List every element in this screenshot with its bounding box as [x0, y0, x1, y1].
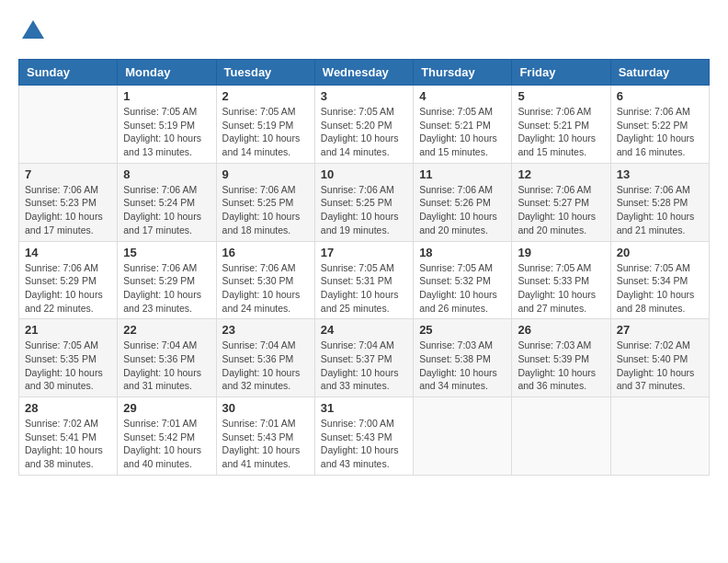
page-header — [18, 18, 710, 50]
calendar-cell: 24Sunrise: 7:04 AM Sunset: 5:37 PM Dayli… — [314, 319, 413, 397]
day-number: 2 — [222, 89, 309, 103]
calendar-cell: 21Sunrise: 7:05 AM Sunset: 5:35 PM Dayli… — [19, 319, 118, 397]
calendar-cell: 20Sunrise: 7:05 AM Sunset: 5:34 PM Dayli… — [610, 241, 709, 319]
calendar-cell: 11Sunrise: 7:06 AM Sunset: 5:26 PM Dayli… — [414, 163, 512, 241]
calendar-cell — [610, 397, 709, 476]
day-number: 12 — [518, 167, 604, 181]
calendar-cell: 18Sunrise: 7:05 AM Sunset: 5:32 PM Dayli… — [414, 241, 512, 319]
calendar-row: 1Sunrise: 7:05 AM Sunset: 5:19 PM Daylig… — [19, 86, 710, 164]
calendar-row: 14Sunrise: 7:06 AM Sunset: 5:29 PM Dayli… — [19, 241, 710, 319]
day-number: 5 — [518, 89, 604, 103]
day-info: Sunrise: 7:06 AM Sunset: 5:25 PM Dayligh… — [321, 183, 407, 237]
day-info: Sunrise: 7:04 AM Sunset: 5:37 PM Dayligh… — [321, 339, 407, 393]
calendar-cell: 19Sunrise: 7:05 AM Sunset: 5:33 PM Dayli… — [512, 241, 610, 319]
weekday-header: Thursday — [414, 60, 512, 86]
day-number: 16 — [222, 246, 309, 259]
day-info: Sunrise: 7:06 AM Sunset: 5:23 PM Dayligh… — [25, 183, 111, 237]
calendar-cell: 26Sunrise: 7:03 AM Sunset: 5:39 PM Dayli… — [512, 319, 610, 397]
calendar-cell: 14Sunrise: 7:06 AM Sunset: 5:29 PM Dayli… — [19, 241, 118, 319]
day-info: Sunrise: 7:05 AM Sunset: 5:19 PM Dayligh… — [222, 105, 309, 159]
calendar-cell: 6Sunrise: 7:06 AM Sunset: 5:22 PM Daylig… — [610, 86, 709, 164]
calendar-cell: 25Sunrise: 7:03 AM Sunset: 5:38 PM Dayli… — [414, 319, 512, 397]
calendar-cell: 2Sunrise: 7:05 AM Sunset: 5:19 PM Daylig… — [216, 86, 314, 164]
calendar-cell: 1Sunrise: 7:05 AM Sunset: 5:19 PM Daylig… — [118, 86, 216, 164]
weekday-header: Wednesday — [314, 60, 413, 86]
day-number: 25 — [419, 323, 506, 337]
day-info: Sunrise: 7:01 AM Sunset: 5:42 PM Dayligh… — [123, 417, 210, 471]
day-number: 4 — [419, 89, 506, 103]
calendar-cell: 17Sunrise: 7:05 AM Sunset: 5:31 PM Dayli… — [314, 241, 413, 319]
day-number: 27 — [617, 323, 703, 337]
day-info: Sunrise: 7:06 AM Sunset: 5:29 PM Dayligh… — [123, 261, 210, 316]
calendar-cell: 23Sunrise: 7:04 AM Sunset: 5:36 PM Dayli… — [216, 319, 314, 397]
day-number: 8 — [123, 167, 210, 181]
day-info: Sunrise: 7:05 AM Sunset: 5:19 PM Dayligh… — [123, 105, 210, 159]
weekday-header: Saturday — [610, 60, 709, 86]
calendar-header-row: SundayMondayTuesdayWednesdayThursdayFrid… — [19, 60, 710, 86]
calendar-cell: 30Sunrise: 7:01 AM Sunset: 5:43 PM Dayli… — [216, 397, 314, 476]
calendar-cell: 16Sunrise: 7:06 AM Sunset: 5:30 PM Dayli… — [216, 241, 314, 319]
day-number: 11 — [419, 167, 506, 181]
day-number: 24 — [321, 323, 407, 337]
day-info: Sunrise: 7:06 AM Sunset: 5:30 PM Dayligh… — [222, 261, 309, 316]
day-number: 23 — [222, 323, 309, 337]
day-info: Sunrise: 7:06 AM Sunset: 5:28 PM Dayligh… — [617, 183, 703, 237]
calendar-cell — [19, 86, 118, 164]
day-info: Sunrise: 7:05 AM Sunset: 5:20 PM Dayligh… — [321, 105, 407, 159]
day-number: 18 — [419, 246, 506, 259]
calendar-cell: 15Sunrise: 7:06 AM Sunset: 5:29 PM Dayli… — [118, 241, 216, 319]
day-number: 26 — [518, 323, 604, 337]
calendar-cell: 9Sunrise: 7:06 AM Sunset: 5:25 PM Daylig… — [216, 163, 314, 241]
day-info: Sunrise: 7:03 AM Sunset: 5:38 PM Dayligh… — [419, 339, 506, 393]
calendar-cell: 31Sunrise: 7:00 AM Sunset: 5:43 PM Dayli… — [314, 397, 413, 476]
weekday-header: Tuesday — [216, 60, 314, 86]
calendar-row: 21Sunrise: 7:05 AM Sunset: 5:35 PM Dayli… — [19, 319, 710, 397]
day-number: 19 — [518, 246, 604, 259]
day-number: 22 — [123, 323, 210, 337]
day-number: 10 — [321, 167, 407, 181]
day-info: Sunrise: 7:04 AM Sunset: 5:36 PM Dayligh… — [222, 339, 309, 393]
day-number: 20 — [617, 246, 703, 259]
day-number: 17 — [321, 246, 407, 259]
day-number: 21 — [25, 323, 111, 337]
day-number: 29 — [123, 401, 210, 415]
day-number: 3 — [321, 89, 407, 103]
day-info: Sunrise: 7:05 AM Sunset: 5:31 PM Dayligh… — [321, 261, 407, 316]
calendar-cell: 4Sunrise: 7:05 AM Sunset: 5:21 PM Daylig… — [414, 86, 512, 164]
calendar-row: 28Sunrise: 7:02 AM Sunset: 5:41 PM Dayli… — [19, 397, 710, 476]
day-info: Sunrise: 7:01 AM Sunset: 5:43 PM Dayligh… — [222, 417, 309, 471]
day-info: Sunrise: 7:06 AM Sunset: 5:24 PM Dayligh… — [123, 183, 210, 237]
weekday-header: Sunday — [19, 60, 118, 86]
calendar-cell: 28Sunrise: 7:02 AM Sunset: 5:41 PM Dayli… — [19, 397, 118, 476]
calendar-cell: 5Sunrise: 7:06 AM Sunset: 5:21 PM Daylig… — [512, 86, 610, 164]
calendar-cell: 10Sunrise: 7:06 AM Sunset: 5:25 PM Dayli… — [314, 163, 413, 241]
day-info: Sunrise: 7:00 AM Sunset: 5:43 PM Dayligh… — [321, 417, 407, 471]
day-number: 9 — [222, 167, 309, 181]
day-info: Sunrise: 7:06 AM Sunset: 5:26 PM Dayligh… — [419, 183, 506, 237]
calendar-cell: 27Sunrise: 7:02 AM Sunset: 5:40 PM Dayli… — [610, 319, 709, 397]
calendar-cell — [414, 397, 512, 476]
day-number: 30 — [222, 401, 309, 415]
day-number: 7 — [25, 167, 111, 181]
day-info: Sunrise: 7:05 AM Sunset: 5:32 PM Dayligh… — [419, 261, 506, 316]
calendar-cell: 22Sunrise: 7:04 AM Sunset: 5:36 PM Dayli… — [118, 319, 216, 397]
day-number: 14 — [25, 246, 111, 259]
day-info: Sunrise: 7:03 AM Sunset: 5:39 PM Dayligh… — [518, 339, 604, 393]
day-number: 15 — [123, 246, 210, 259]
calendar-cell: 13Sunrise: 7:06 AM Sunset: 5:28 PM Dayli… — [610, 163, 709, 241]
calendar-cell: 3Sunrise: 7:05 AM Sunset: 5:20 PM Daylig… — [314, 86, 413, 164]
day-info: Sunrise: 7:02 AM Sunset: 5:41 PM Dayligh… — [25, 417, 111, 471]
day-info: Sunrise: 7:04 AM Sunset: 5:36 PM Dayligh… — [123, 339, 210, 393]
day-info: Sunrise: 7:06 AM Sunset: 5:29 PM Dayligh… — [25, 261, 111, 316]
day-number: 6 — [617, 89, 703, 103]
calendar-cell: 29Sunrise: 7:01 AM Sunset: 5:42 PM Dayli… — [118, 397, 216, 476]
day-info: Sunrise: 7:05 AM Sunset: 5:35 PM Dayligh… — [25, 339, 111, 393]
calendar-cell: 12Sunrise: 7:06 AM Sunset: 5:27 PM Dayli… — [512, 163, 610, 241]
day-number: 1 — [123, 89, 210, 103]
logo — [18, 18, 46, 50]
calendar-table: SundayMondayTuesdayWednesdayThursdayFrid… — [18, 59, 710, 476]
weekday-header: Friday — [512, 60, 610, 86]
svg-marker-0 — [22, 20, 44, 39]
day-info: Sunrise: 7:05 AM Sunset: 5:33 PM Dayligh… — [518, 261, 604, 316]
weekday-header: Monday — [118, 60, 216, 86]
